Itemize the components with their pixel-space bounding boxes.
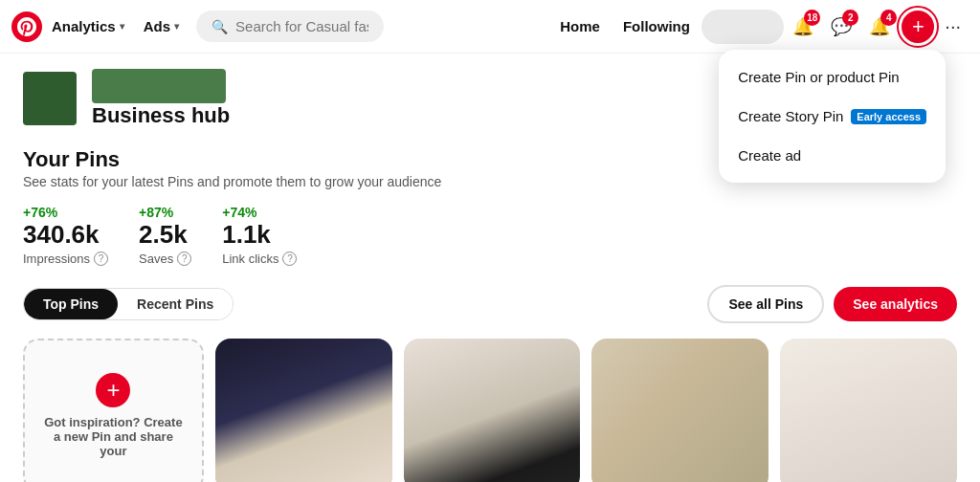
- saves-help-icon[interactable]: ?: [177, 252, 191, 266]
- saves-value: 2.5k: [139, 220, 191, 250]
- early-access-badge: Early access: [851, 109, 926, 124]
- following-label: Following: [623, 18, 690, 34]
- plus-icon: +: [912, 14, 924, 39]
- message-badge: 2: [842, 10, 858, 26]
- home-nav[interactable]: Home: [548, 11, 612, 42]
- top-pins-tab[interactable]: Top Pins: [24, 289, 118, 319]
- link-clicks-label: Link clicks ?: [222, 252, 297, 266]
- pin-overlay-1: [215, 339, 392, 482]
- create-pin-icon: +: [96, 373, 130, 407]
- pin-card-3[interactable]: [591, 339, 768, 482]
- create-ad-label: Create ad: [738, 147, 801, 164]
- create-pin-label: Create Pin or product Pin: [738, 69, 899, 85]
- saves-label: Saves ?: [139, 252, 191, 266]
- add-pin-button[interactable]: +: [899, 8, 937, 46]
- link-clicks-stat: +74% 1.1k Link clicks ?: [222, 205, 297, 266]
- following-nav[interactable]: Following: [612, 11, 702, 42]
- pin-card-2[interactable]: [404, 339, 581, 482]
- search-bar[interactable]: 🔍: [196, 11, 384, 42]
- pins-tabs-row: Top Pins Recent Pins See all Pins See an…: [23, 285, 957, 323]
- business-name: Business hub: [92, 103, 230, 128]
- pin-card-4[interactable]: [780, 339, 957, 482]
- business-avatar: [23, 72, 77, 125]
- stats-row: +76% 340.6k Impressions ? +87% 2.5k Save…: [23, 205, 957, 266]
- impressions-stat: +76% 340.6k Impressions ?: [23, 205, 108, 266]
- link-clicks-value: 1.1k: [222, 220, 297, 250]
- navbar: Analytics ▾ Ads ▾ 🔍 Home Following 🔔 18 …: [0, 0, 980, 54]
- bell-badge: 18: [804, 10, 820, 26]
- other-badge: 4: [880, 10, 897, 26]
- create-pin-text: Got inspiration? Create a new Pin and sh…: [25, 415, 202, 458]
- search-input[interactable]: [235, 18, 368, 34]
- link-clicks-help-icon[interactable]: ?: [282, 252, 297, 266]
- recent-pins-tab[interactable]: Recent Pins: [118, 289, 233, 319]
- impressions-delta: +76%: [23, 205, 108, 220]
- analytics-chevron-icon: ▾: [120, 21, 124, 32]
- create-pin-card[interactable]: + Got inspiration? Create a new Pin and …: [23, 339, 204, 482]
- other-notification-button[interactable]: 🔔 4: [860, 8, 899, 46]
- create-story-pin-item[interactable]: Create Story Pin Early access: [719, 97, 946, 136]
- analytics-nav[interactable]: Analytics ▾: [42, 11, 134, 42]
- search-icon: 🔍: [212, 19, 228, 34]
- pin-grid: + Got inspiration? Create a new Pin and …: [23, 339, 957, 482]
- ads-label: Ads: [144, 18, 170, 34]
- impressions-value: 340.6k: [23, 220, 108, 250]
- pinterest-logo[interactable]: [11, 11, 42, 42]
- impressions-label: Impressions ?: [23, 252, 108, 266]
- link-clicks-delta: +74%: [222, 205, 297, 220]
- saves-stat: +87% 2.5k Saves ?: [139, 205, 191, 266]
- create-story-label: Create Story Pin: [738, 108, 843, 124]
- create-pin-item[interactable]: Create Pin or product Pin: [719, 57, 946, 97]
- see-all-pins-button[interactable]: See all Pins: [707, 285, 824, 323]
- saves-delta: +87%: [139, 205, 191, 220]
- pins-tabs: Top Pins Recent Pins: [23, 288, 234, 320]
- tabs-actions: See all Pins See analytics: [707, 285, 957, 323]
- create-dropdown: Create Pin or product Pin Create Story P…: [719, 50, 946, 183]
- bell-notification-button[interactable]: 🔔 18: [784, 8, 822, 46]
- ads-chevron-icon: ▾: [174, 21, 179, 32]
- pin-card-1[interactable]: [215, 339, 392, 482]
- more-icon: ···: [945, 15, 961, 36]
- home-label: Home: [560, 18, 600, 34]
- analytics-label: Analytics: [52, 18, 116, 34]
- create-ad-item[interactable]: Create ad: [719, 136, 946, 175]
- more-options-button[interactable]: ···: [937, 8, 969, 45]
- message-notification-button[interactable]: 💬 2: [822, 8, 860, 46]
- impressions-help-icon[interactable]: ?: [94, 252, 108, 266]
- see-analytics-button[interactable]: See analytics: [834, 287, 957, 321]
- user-block[interactable]: [702, 10, 784, 44]
- ads-nav[interactable]: Ads ▾: [134, 11, 189, 42]
- business-banner: [92, 69, 226, 103]
